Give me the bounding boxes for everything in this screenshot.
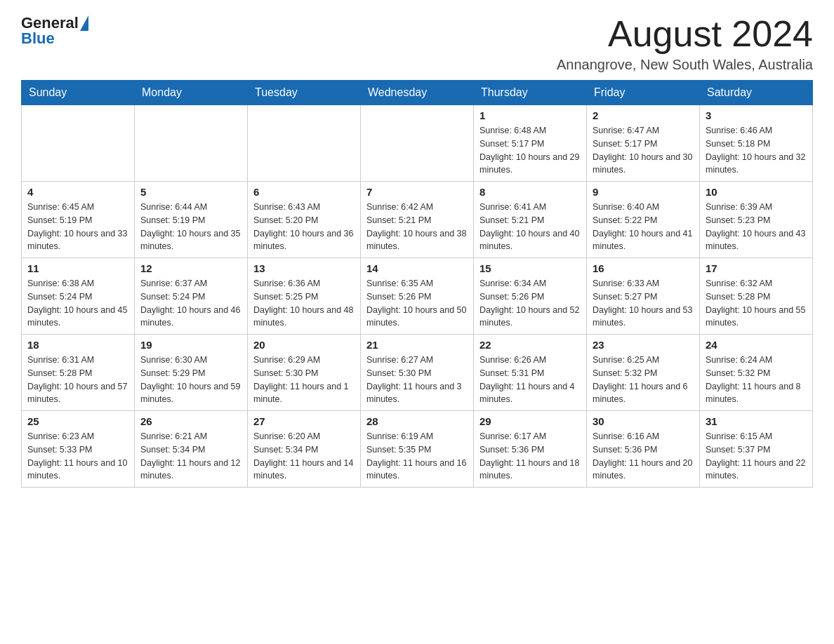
calendar-cell [135, 105, 248, 182]
day-number: 23 [593, 339, 694, 351]
calendar-cell: 22Sunrise: 6:26 AMSunset: 5:31 PMDayligh… [474, 335, 587, 411]
page-header: General Blue August 2024 Annangrove, New… [21, 14, 813, 73]
calendar-cell: 6Sunrise: 6:43 AMSunset: 5:20 PMDaylight… [248, 182, 361, 258]
day-number: 26 [140, 415, 241, 427]
day-info: Sunrise: 6:21 AMSunset: 5:34 PMDaylight:… [140, 430, 241, 483]
calendar-cell [22, 105, 135, 182]
calendar-cell: 27Sunrise: 6:20 AMSunset: 5:34 PMDayligh… [248, 411, 361, 488]
day-number: 22 [479, 339, 581, 351]
calendar-cell: 11Sunrise: 6:38 AMSunset: 5:24 PMDayligh… [22, 258, 135, 335]
calendar-cell: 10Sunrise: 6:39 AMSunset: 5:23 PMDayligh… [700, 182, 813, 258]
day-info: Sunrise: 6:34 AMSunset: 5:26 PMDaylight:… [479, 277, 581, 330]
calendar-cell: 19Sunrise: 6:30 AMSunset: 5:29 PMDayligh… [135, 335, 248, 411]
day-number: 30 [593, 415, 694, 427]
calendar-cell: 25Sunrise: 6:23 AMSunset: 5:33 PMDayligh… [22, 411, 135, 488]
calendar-cell: 2Sunrise: 6:47 AMSunset: 5:17 PMDaylight… [587, 105, 700, 182]
calendar-cell: 21Sunrise: 6:27 AMSunset: 5:30 PMDayligh… [361, 335, 474, 411]
day-info: Sunrise: 6:36 AMSunset: 5:25 PMDaylight:… [253, 277, 355, 330]
month-title: August 2024 [557, 14, 813, 54]
day-number: 12 [140, 262, 241, 274]
day-number: 17 [706, 262, 807, 274]
logo: General Blue [21, 14, 88, 48]
day-info: Sunrise: 6:41 AMSunset: 5:21 PMDaylight:… [479, 201, 581, 253]
calendar-cell: 18Sunrise: 6:31 AMSunset: 5:28 PMDayligh… [22, 335, 135, 411]
day-info: Sunrise: 6:47 AMSunset: 5:17 PMDaylight:… [593, 124, 694, 177]
day-info: Sunrise: 6:19 AMSunset: 5:35 PMDaylight:… [366, 430, 468, 483]
day-info: Sunrise: 6:31 AMSunset: 5:28 PMDaylight:… [27, 354, 128, 406]
calendar-header-wednesday: Wednesday [361, 81, 474, 105]
calendar-cell: 3Sunrise: 6:46 AMSunset: 5:18 PMDaylight… [700, 105, 813, 182]
calendar-cell: 7Sunrise: 6:42 AMSunset: 5:21 PMDaylight… [361, 182, 474, 258]
calendar-cell: 5Sunrise: 6:44 AMSunset: 5:19 PMDaylight… [135, 182, 248, 258]
day-info: Sunrise: 6:48 AMSunset: 5:17 PMDaylight:… [479, 124, 581, 177]
day-number: 25 [27, 415, 128, 427]
day-info: Sunrise: 6:23 AMSunset: 5:33 PMDaylight:… [27, 430, 128, 483]
calendar-cell: 15Sunrise: 6:34 AMSunset: 5:26 PMDayligh… [474, 258, 587, 335]
calendar-cell: 23Sunrise: 6:25 AMSunset: 5:32 PMDayligh… [587, 335, 700, 411]
day-number: 19 [140, 339, 241, 351]
calendar-cell [248, 105, 361, 182]
calendar-cell: 28Sunrise: 6:19 AMSunset: 5:35 PMDayligh… [361, 411, 474, 488]
calendar-week-row: 11Sunrise: 6:38 AMSunset: 5:24 PMDayligh… [22, 258, 813, 335]
day-info: Sunrise: 6:46 AMSunset: 5:18 PMDaylight:… [706, 124, 807, 177]
day-number: 14 [366, 262, 468, 274]
day-number: 7 [366, 186, 468, 198]
calendar-cell: 29Sunrise: 6:17 AMSunset: 5:36 PMDayligh… [474, 411, 587, 488]
day-number: 29 [479, 415, 581, 427]
logo-triangle-icon [80, 15, 88, 31]
day-number: 16 [593, 262, 694, 274]
calendar-cell: 9Sunrise: 6:40 AMSunset: 5:22 PMDaylight… [587, 182, 700, 258]
calendar-cell: 24Sunrise: 6:24 AMSunset: 5:32 PMDayligh… [700, 335, 813, 411]
day-number: 28 [366, 415, 468, 427]
calendar-cell: 13Sunrise: 6:36 AMSunset: 5:25 PMDayligh… [248, 258, 361, 335]
day-number: 21 [366, 339, 468, 351]
day-number: 27 [253, 415, 355, 427]
day-number: 15 [479, 262, 581, 274]
day-number: 2 [593, 109, 694, 121]
day-number: 6 [253, 186, 355, 198]
day-number: 5 [140, 186, 241, 198]
day-info: Sunrise: 6:35 AMSunset: 5:26 PMDaylight:… [366, 277, 468, 330]
day-number: 24 [706, 339, 807, 351]
day-info: Sunrise: 6:20 AMSunset: 5:34 PMDaylight:… [253, 430, 355, 483]
calendar-cell: 1Sunrise: 6:48 AMSunset: 5:17 PMDaylight… [474, 105, 587, 182]
calendar-header-monday: Monday [135, 81, 248, 105]
day-number: 9 [593, 186, 694, 198]
calendar-header-tuesday: Tuesday [248, 81, 361, 105]
day-info: Sunrise: 6:15 AMSunset: 5:37 PMDaylight:… [706, 430, 807, 483]
day-info: Sunrise: 6:25 AMSunset: 5:32 PMDaylight:… [593, 354, 694, 406]
calendar-cell: 14Sunrise: 6:35 AMSunset: 5:26 PMDayligh… [361, 258, 474, 335]
day-info: Sunrise: 6:38 AMSunset: 5:24 PMDaylight:… [27, 277, 128, 330]
day-info: Sunrise: 6:37 AMSunset: 5:24 PMDaylight:… [140, 277, 241, 330]
calendar-cell: 16Sunrise: 6:33 AMSunset: 5:27 PMDayligh… [587, 258, 700, 335]
day-number: 13 [253, 262, 355, 274]
day-info: Sunrise: 6:33 AMSunset: 5:27 PMDaylight:… [593, 277, 694, 330]
day-info: Sunrise: 6:29 AMSunset: 5:30 PMDaylight:… [253, 354, 355, 406]
calendar-cell: 8Sunrise: 6:41 AMSunset: 5:21 PMDaylight… [474, 182, 587, 258]
day-info: Sunrise: 6:30 AMSunset: 5:29 PMDaylight:… [140, 354, 241, 406]
day-info: Sunrise: 6:42 AMSunset: 5:21 PMDaylight:… [366, 201, 468, 253]
calendar-week-row: 4Sunrise: 6:45 AMSunset: 5:19 PMDaylight… [22, 182, 813, 258]
day-info: Sunrise: 6:40 AMSunset: 5:22 PMDaylight:… [593, 201, 694, 253]
calendar-header-row: SundayMondayTuesdayWednesdayThursdayFrid… [22, 81, 813, 105]
calendar-cell: 26Sunrise: 6:21 AMSunset: 5:34 PMDayligh… [135, 411, 248, 488]
calendar-cell: 4Sunrise: 6:45 AMSunset: 5:19 PMDaylight… [22, 182, 135, 258]
calendar-week-row: 1Sunrise: 6:48 AMSunset: 5:17 PMDaylight… [22, 105, 813, 182]
day-info: Sunrise: 6:45 AMSunset: 5:19 PMDaylight:… [27, 201, 128, 253]
day-info: Sunrise: 6:17 AMSunset: 5:36 PMDaylight:… [479, 430, 581, 483]
day-info: Sunrise: 6:43 AMSunset: 5:20 PMDaylight:… [253, 201, 355, 253]
day-info: Sunrise: 6:26 AMSunset: 5:31 PMDaylight:… [479, 354, 581, 406]
day-info: Sunrise: 6:39 AMSunset: 5:23 PMDaylight:… [706, 201, 807, 253]
day-number: 10 [706, 186, 807, 198]
day-number: 20 [253, 339, 355, 351]
day-number: 18 [27, 339, 128, 351]
title-section: August 2024 Annangrove, New South Wales,… [557, 14, 813, 73]
calendar-cell [361, 105, 474, 182]
calendar-table: SundayMondayTuesdayWednesdayThursdayFrid… [21, 80, 813, 488]
calendar-cell: 31Sunrise: 6:15 AMSunset: 5:37 PMDayligh… [700, 411, 813, 488]
day-info: Sunrise: 6:24 AMSunset: 5:32 PMDaylight:… [706, 354, 807, 406]
day-info: Sunrise: 6:44 AMSunset: 5:19 PMDaylight:… [140, 201, 241, 253]
day-number: 31 [706, 415, 807, 427]
calendar-header-thursday: Thursday [474, 81, 587, 105]
calendar-cell: 20Sunrise: 6:29 AMSunset: 5:30 PMDayligh… [248, 335, 361, 411]
